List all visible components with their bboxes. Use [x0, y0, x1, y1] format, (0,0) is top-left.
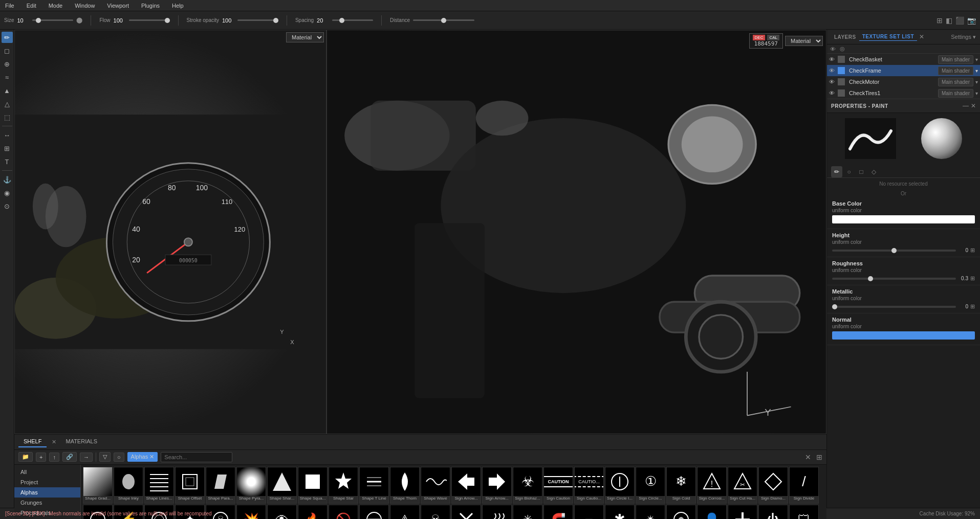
tab-shelf[interactable]: SHELF	[18, 436, 47, 447]
asset-shape-pyra[interactable]: Shape Pyra...	[236, 467, 266, 504]
camera-icon[interactable]: 📷	[967, 16, 976, 25]
shelf-filter-icon[interactable]: ▽	[99, 452, 111, 462]
tool-fill[interactable]: ▲	[2, 85, 13, 96]
ts-shader-tires[interactable]: Main shader	[938, 89, 973, 98]
props-tab-paint[interactable]: ✏	[831, 166, 842, 177]
asset-sign-biohaz[interactable]: ☣ Sign Biohaz...	[513, 467, 542, 504]
asset-sign-forbid2[interactable]: Sign Forbid...	[359, 505, 389, 519]
asset-sign-circle-i[interactable]: Sign Circle I...	[605, 467, 635, 504]
asset-sign-oxidizer[interactable]: Sign Oxidizer	[666, 505, 696, 519]
asset-sign-cut-ha[interactable]: ✂ Sign Cut Ha...	[728, 467, 757, 504]
shelf-search-input[interactable]	[161, 452, 232, 462]
flow-slider[interactable]	[129, 19, 170, 21]
asset-sign-heat[interactable]: Sign Heat	[482, 505, 512, 519]
asset-sign-forbid1[interactable]: 🚫 Sign Forbid...	[329, 505, 358, 519]
asset-sign-cold[interactable]: ❄ Sign Cold	[666, 467, 696, 504]
menu-plugins[interactable]: Plugins	[138, 2, 163, 10]
tool-anchor[interactable]: ⚓	[2, 174, 13, 185]
cat-grunges[interactable]: Grunges	[14, 498, 80, 508]
ts-shader-motor[interactable]: Main shader	[938, 78, 973, 86]
ts-list-tab[interactable]: TEXTURE SET LIST	[859, 33, 917, 41]
viewport-left-dropdown[interactable]: Material	[286, 32, 324, 42]
tool-measure[interactable]: ⊞	[2, 143, 13, 154]
asset-sign-minus[interactable]: − Sign Minus	[574, 505, 604, 519]
props-minimize-btn[interactable]: —	[963, 102, 969, 109]
ts-eye-frame[interactable]: 👁	[827, 67, 837, 74]
asset-sign-multiply[interactable]: ✱ Sign Multiply	[605, 505, 635, 519]
shelf-new-btn[interactable]: 📁	[18, 452, 33, 462]
props-tab-circle[interactable]: ○	[843, 166, 855, 177]
asset-sign-cautio2[interactable]: CAUTIO... Sign Cautio...	[574, 467, 604, 504]
ts-chevron-motor[interactable]: ▾	[973, 79, 980, 85]
asset-shape-thorn[interactable]: Shape Thorn	[390, 467, 420, 504]
asset-sign-caution[interactable]: CAUTION Sign Caution	[543, 467, 573, 504]
ts-chevron-tires[interactable]: ▾	[973, 91, 980, 96]
stroke-opacity-slider[interactable]	[237, 19, 278, 21]
ts-chevron-frame[interactable]: ▾	[973, 68, 980, 74]
asset-sign-magn[interactable]: 🧲 Sign Magn...	[543, 505, 573, 519]
asset-shape-squa[interactable]: Shape Squa...	[298, 467, 328, 504]
normal-color-bar[interactable]	[832, 331, 975, 340]
asset-sign-divide[interactable]: / Sign Divide	[789, 467, 819, 504]
viewport-left-controls[interactable]: Material	[286, 32, 324, 42]
shelf-settings-btn[interactable]: →	[80, 453, 93, 462]
roughness-slider[interactable]	[832, 278, 956, 280]
menu-file[interactable]: File	[2, 2, 17, 10]
asset-shape-offset[interactable]: Shape Offset	[175, 467, 205, 504]
ts-close-btn[interactable]: ✕	[919, 33, 924, 40]
asset-shape-star[interactable]: Shape Star	[329, 467, 358, 504]
asset-sign-diamo[interactable]: Sign Diamo...	[758, 467, 788, 504]
asset-sign-eye[interactable]: 👁 Sign Eye	[267, 505, 297, 519]
spacing-slider[interactable]	[332, 19, 373, 21]
roughness-end-icon[interactable]: ⊞	[970, 275, 975, 282]
tool-transform[interactable]: ↔	[2, 129, 13, 141]
tab-materials[interactable]: MATERIALS	[60, 436, 102, 447]
tool-picker[interactable]: ⊙	[2, 200, 13, 212]
asset-sign-arrow1[interactable]: Sign Arrow...	[451, 467, 481, 504]
ts-layers-tab[interactable]: LAYERS	[831, 33, 859, 41]
ts-name-tires[interactable]: CheckTires1	[846, 88, 938, 98]
shelf-close-icon[interactable]: ✕	[52, 439, 56, 445]
ts-name-motor[interactable]: CheckMotor	[846, 77, 938, 87]
asset-shape-tline[interactable]: Shape T Line	[359, 467, 389, 504]
props-tab-diamond[interactable]: ◇	[868, 166, 879, 177]
asset-sign-explosi[interactable]: 💥 Sign Explosi...	[236, 505, 266, 519]
asset-sign-arrow2[interactable]: Sign Arrow...	[482, 467, 512, 504]
ts-settings-btn[interactable]: Settings ▾	[951, 34, 976, 40]
menu-window[interactable]: Window	[72, 2, 98, 10]
asset-sign-laser[interactable]: ✳ Sign Laser	[513, 505, 542, 519]
view-icon-3[interactable]: ⬛	[955, 16, 964, 25]
tool-text[interactable]: T	[2, 156, 13, 167]
asset-sign-flamm[interactable]: 🔥 Sign Flamm...	[298, 505, 328, 519]
cat-all[interactable]: All	[14, 467, 80, 477]
shelf-alphas-filter[interactable]: Alphas ✕	[127, 452, 158, 462]
asset-sign-power[interactable]: ⏻ Sign Power	[758, 505, 788, 519]
asset-sign-circle2[interactable]: ① Sign Circle...	[636, 467, 665, 504]
props-tab-square[interactable]: □	[856, 166, 867, 177]
shelf-link-btn[interactable]: 🔗	[62, 452, 77, 462]
menu-edit[interactable]: Edit	[24, 2, 39, 10]
asset-shape-shar[interactable]: Shape Shar...	[267, 467, 297, 504]
view-icon-2[interactable]: ◧	[946, 16, 952, 25]
metallic-end-icon[interactable]: ⊞	[970, 303, 975, 310]
asset-sign-harmf2[interactable]: Sign Harmf...	[451, 505, 481, 519]
ts-eye-motor[interactable]: 👁	[827, 79, 837, 85]
metallic-slider[interactable]	[832, 306, 956, 308]
shelf-import-btn[interactable]: +	[36, 453, 46, 462]
view-icon-1[interactable]: ⊞	[937, 16, 943, 25]
shelf-close-x[interactable]: ✕	[805, 453, 811, 461]
viewport-left[interactable]: 20 40 60 80 100 110 120 000050	[14, 30, 326, 434]
ts-chevron-basket[interactable]: ▾	[973, 57, 980, 62]
asset-shape-lines[interactable]: Shape Lines...	[144, 467, 174, 504]
ts-name-basket[interactable]: CheckBasket	[846, 54, 938, 64]
size-slider[interactable]	[32, 19, 73, 21]
cat-project[interactable]: Project	[14, 477, 80, 487]
height-end-icon[interactable]: ⊞	[970, 247, 975, 254]
ts-name-frame[interactable]: CheckFrame	[846, 65, 938, 76]
viewport-right[interactable]: Y DEC CAL 1884597 Mater	[326, 30, 826, 434]
asset-sign-corrosi[interactable]: ! Sign Corrosi...	[697, 467, 727, 504]
asset-sign-person[interactable]: 👤 Sign Person	[697, 505, 727, 519]
tool-eraser[interactable]: ◻	[2, 45, 13, 56]
tool-polygon-fill[interactable]: △	[2, 98, 13, 109]
tool-selection[interactable]: ⬚	[2, 111, 13, 123]
